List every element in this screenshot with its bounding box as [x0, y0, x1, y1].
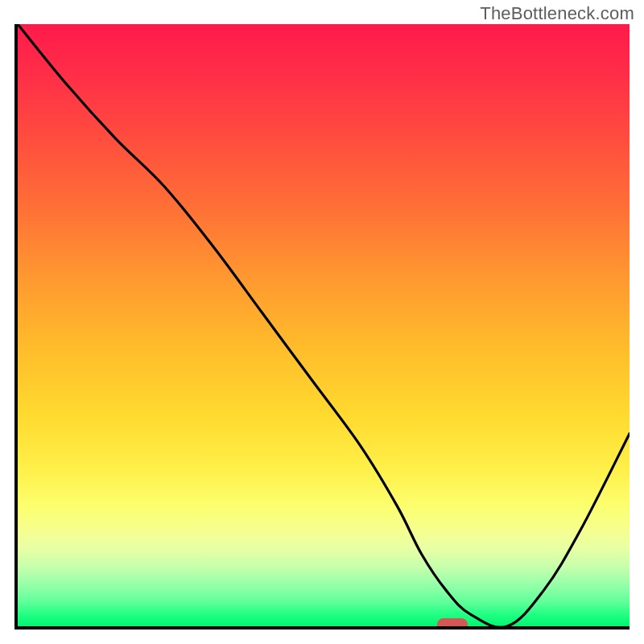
watermark-text: TheBottleneck.com [480, 3, 634, 24]
bottleneck-curve [18, 24, 630, 626]
optimal-point-marker [437, 618, 468, 630]
plot-area [14, 24, 630, 630]
chart-container: TheBottleneck.com [0, 0, 644, 644]
